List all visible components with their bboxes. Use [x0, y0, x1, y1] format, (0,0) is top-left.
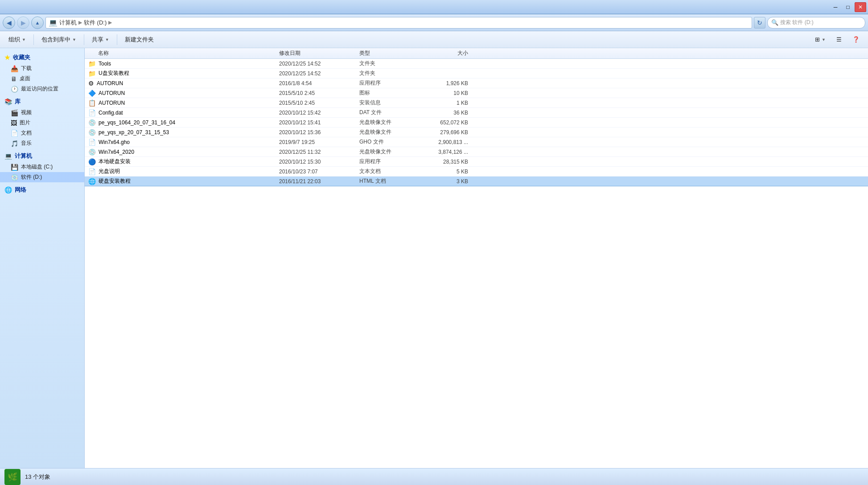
file-type: 安装信息 — [357, 99, 424, 107]
file-date: 2015/5/10 2:45 — [276, 90, 357, 96]
file-size: 279,696 KB — [424, 129, 477, 136]
table-row[interactable]: 🌐 硬盘安装教程 2016/11/21 22:03 HTML 文档 3 KB — [85, 177, 868, 186]
file-size: 36 KB — [424, 110, 477, 116]
view-mode-button[interactable]: ☰ — [831, 33, 847, 46]
table-row[interactable]: 📁 U盘安装教程 2020/12/25 14:52 文件夹 — [85, 69, 868, 78]
new-folder-button[interactable]: 新建文件夹 — [120, 33, 159, 46]
file-name: U盘安装教程 — [99, 70, 129, 77]
file-name-cell: 🔵 本地硬盘安装 — [85, 158, 276, 165]
table-row[interactable]: 📋 AUTORUN 2015/5/10 2:45 安装信息 1 KB — [85, 98, 868, 108]
file-date: 2020/10/12 15:30 — [276, 159, 357, 165]
table-row[interactable]: 💿 pe_yqs_1064_20_07_31_16_04 2020/10/12 … — [85, 118, 868, 127]
forward-button[interactable]: ▶ — [17, 16, 29, 29]
file-type: 光盘映像文件 — [357, 128, 424, 136]
file-icon: 📄 — [88, 109, 96, 116]
file-type: 光盘映像文件 — [357, 119, 424, 126]
view-button[interactable]: ⊞ ▼ — [810, 33, 831, 46]
main-layout: ★ 收藏夹 📥 下载 🖥 桌面 🕐 最近访问的位置 📚 库 🎬 — [0, 48, 868, 468]
file-name: Tools — [99, 61, 111, 67]
search-icon: 🔍 — [771, 19, 778, 26]
file-type: 文件夹 — [357, 70, 424, 77]
table-row[interactable]: 🔵 本地硬盘安装 2020/10/12 15:30 应用程序 28,315 KB — [85, 157, 868, 167]
table-row[interactable]: 🔷 AUTORUN 2015/5/10 2:45 图标 10 KB — [85, 88, 868, 98]
sidebar-section-library: 📚 库 🎬 视频 🖼 图片 📄 文档 🎵 音乐 — [0, 96, 84, 148]
sidebar-item-doc[interactable]: 📄 文档 — [0, 128, 84, 138]
organize-label: 组织 — [8, 36, 20, 44]
include-library-label: 包含到库中 — [41, 36, 70, 44]
file-type: 文件夹 — [357, 60, 424, 67]
file-date: 2015/5/10 2:45 — [276, 100, 357, 106]
table-row[interactable]: 💿 Win7x64_2020 2020/12/25 11:32 光盘映像文件 3… — [85, 147, 868, 157]
file-date: 2020/12/25 14:52 — [276, 61, 357, 67]
col-header-name[interactable]: 名称 — [85, 49, 276, 57]
status-bar: 🌿 13 个对象 — [0, 468, 868, 485]
sidebar-computer-header[interactable]: 💻 计算机 — [0, 150, 84, 162]
include-library-button[interactable]: 包含到库中 ▼ — [37, 33, 81, 46]
sidebar-section-favorites: ★ 收藏夹 📥 下载 🖥 桌面 🕐 最近访问的位置 — [0, 52, 84, 94]
address-bar: ◀ ▶ ▲ 💻 计算机 ▶ 软件 (D:) ▶ ↻ 🔍 搜索 软件 (D:) — [0, 14, 868, 31]
back-button[interactable]: ◀ — [3, 16, 15, 29]
file-name-cell: 📋 AUTORUN — [85, 99, 276, 107]
table-row[interactable]: 📄 光盘说明 2016/10/23 7:07 文本文档 5 KB — [85, 167, 868, 177]
file-icon: 📄 — [88, 168, 96, 175]
doc-label: 文档 — [21, 129, 32, 137]
help-button[interactable]: ❓ — [847, 33, 864, 46]
music-label: 音乐 — [21, 140, 32, 147]
sidebar-library-header[interactable]: 📚 库 — [0, 96, 84, 107]
file-name-cell: 💿 pe_yqs_1064_20_07_31_16_04 — [85, 119, 276, 126]
sidebar-item-drive-d[interactable]: 💿 软件 (D:) — [0, 172, 84, 182]
video-icon: 🎬 — [11, 109, 18, 116]
file-size: 1,926 KB — [424, 80, 477, 86]
maximize-button[interactable]: □ — [842, 2, 854, 12]
file-icon: 🌐 — [88, 178, 96, 185]
up-button[interactable]: ▲ — [31, 16, 44, 29]
file-size: 1 KB — [424, 100, 477, 106]
file-size: 2,900,813 ... — [424, 139, 477, 145]
sidebar-item-video[interactable]: 🎬 视频 — [0, 107, 84, 118]
sidebar-item-desktop[interactable]: 🖥 桌面 — [0, 74, 84, 84]
sidebar-item-music[interactable]: 🎵 音乐 — [0, 138, 84, 148]
computer-icon: 💻 — [4, 152, 12, 160]
table-row[interactable]: ⚙ AUTORUN 2016/1/8 4:54 应用程序 1,926 KB — [85, 78, 868, 88]
refresh-button[interactable]: ↻ — [754, 17, 765, 29]
file-icon: 🔵 — [88, 158, 96, 165]
share-dropdown-arrow: ▼ — [105, 37, 109, 42]
drive-c-icon: 💾 — [11, 164, 18, 171]
sidebar-favorites-header[interactable]: ★ 收藏夹 — [0, 52, 84, 63]
organize-dropdown-arrow: ▼ — [22, 37, 26, 42]
file-name: 本地硬盘安装 — [99, 158, 131, 165]
table-row[interactable]: 📄 Config.dat 2020/10/12 15:42 DAT 文件 36 … — [85, 108, 868, 118]
sidebar-item-picture[interactable]: 🖼 图片 — [0, 118, 84, 128]
share-button[interactable]: 共享 ▼ — [87, 33, 114, 46]
breadcrumb-drive-d[interactable]: 软件 (D:) — [84, 19, 107, 27]
col-header-size[interactable]: 大小 — [424, 49, 477, 57]
organize-button[interactable]: 组织 ▼ — [4, 33, 31, 46]
file-name: Config.dat — [99, 110, 123, 116]
table-row[interactable]: 📄 Win7x64.gho 2019/9/7 19:25 GHO 文件 2,90… — [85, 137, 868, 147]
table-row[interactable]: 📁 Tools 2020/12/25 14:52 文件夹 — [85, 59, 868, 69]
file-name-cell: 📁 U盘安装教程 — [85, 70, 276, 77]
close-button[interactable]: ✕ — [855, 2, 866, 12]
recent-icon: 🕐 — [11, 86, 18, 93]
file-size: 5 KB — [424, 169, 477, 175]
breadcrumb-computer[interactable]: 计算机 — [59, 19, 77, 27]
sidebar-item-drive-c[interactable]: 💾 本地磁盘 (C:) — [0, 162, 84, 172]
file-date: 2020/12/25 14:52 — [276, 70, 357, 77]
breadcrumb-folder-icon: 💻 — [49, 18, 58, 27]
table-row[interactable]: 💿 pe_yqs_xp_20_07_31_15_53 2020/10/12 15… — [85, 127, 868, 137]
toolbar-separator-2 — [84, 34, 84, 45]
col-header-date[interactable]: 修改日期 — [276, 49, 357, 57]
minimize-button[interactable]: ─ — [830, 2, 841, 12]
search-bar[interactable]: 🔍 搜索 软件 (D:) — [767, 17, 865, 29]
sidebar-network-header[interactable]: 🌐 网络 — [0, 184, 84, 196]
file-name-cell: 📄 Win7x64.gho — [85, 139, 276, 146]
library-icon: 📚 — [4, 98, 12, 105]
file-date: 2020/10/12 15:36 — [276, 129, 357, 136]
file-icon: 💿 — [88, 119, 96, 126]
col-header-type[interactable]: 类型 — [357, 49, 424, 57]
network-icon: 🌐 — [4, 186, 12, 193]
sidebar-item-download[interactable]: 📥 下载 — [0, 63, 84, 74]
desktop-icon: 🖥 — [11, 75, 17, 82]
sidebar-item-recent[interactable]: 🕐 最近访问的位置 — [0, 84, 84, 94]
video-label: 视频 — [21, 109, 32, 116]
